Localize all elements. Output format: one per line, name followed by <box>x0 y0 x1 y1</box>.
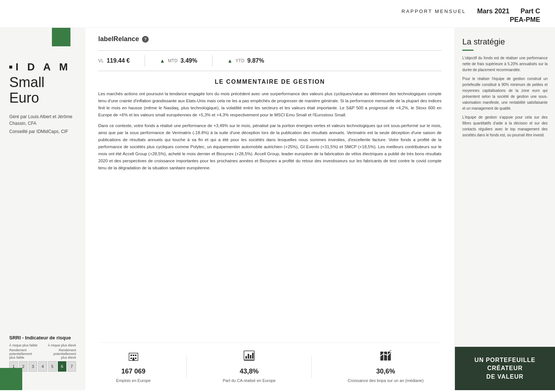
risk-cell-5: 5 <box>48 361 57 372</box>
part-label: Part C <box>521 7 540 15</box>
stat-ca: 43,8% Part du CA réalisé en Europe <box>223 350 275 383</box>
ytd-item: ▲ YTD 9.87% <box>227 57 264 64</box>
stat-croissance: 30,6% Croissance des bnpa sur un an (méd… <box>348 350 424 383</box>
idam-text: I D A M <box>16 61 71 73</box>
risk-return-high: Rendement potentiellement plus élevé <box>46 348 76 359</box>
idam-dot <box>9 66 12 69</box>
portfolio-bottom: UN PORTEFEUILLE CRÉATEUR DE VALEUR <box>455 347 555 390</box>
label-relance-text: labelRelance <box>98 35 139 43</box>
fund-name: Small Euro <box>9 75 76 106</box>
header-right: RAPPORT MENSUEL Mars 2021 Part C PEA-PME <box>402 7 540 24</box>
stat-emplois-value: 167 069 <box>121 368 145 375</box>
risk-cell-4: 4 <box>38 361 47 372</box>
risk-cell-3: 3 <box>29 361 37 372</box>
commentary-body: Les marchés actions ont poursuivi la ten… <box>98 90 442 172</box>
bottom-stats: 167 069 Emplois en Europe 43,8% Part <box>98 342 442 383</box>
svg-rect-10 <box>248 354 249 359</box>
performance-row: VL 119.44 € ▲ MTD 3.49% ▲ YTD 9.87% <box>98 50 442 71</box>
rapport-line: RAPPORT MENSUEL Mars 2021 Part C <box>402 7 540 15</box>
svg-rect-12 <box>252 353 254 359</box>
stat-croissance-value: 30,6% <box>376 368 395 375</box>
risk-label-high: À risque plus élevé <box>48 343 76 347</box>
perf-divider-1 <box>145 55 145 66</box>
risk-labels-bottom: Rendement potentiellement plus faible Re… <box>9 348 76 359</box>
fund-type-label: PEA-PME <box>510 16 540 24</box>
strategy-text: L'objectif du fonds est de réaliser une … <box>462 55 548 138</box>
chart-icon <box>243 350 255 365</box>
left-sidebar: I D A M Small Euro Géré par Louis Albert… <box>0 28 85 390</box>
managed-by-text: Géré par Louis Albert et Jérôme Chassin,… <box>9 113 76 135</box>
building-icon <box>128 350 139 365</box>
svg-rect-9 <box>245 356 247 359</box>
stat-croissance-label: Croissance des bnpa sur un an (médiane) <box>348 378 424 383</box>
ytd-label: YTD <box>235 58 244 63</box>
risk-title: SRRI - Indicateur de risque <box>9 335 76 340</box>
svg-rect-1 <box>131 355 132 356</box>
stat-divider-1 <box>186 355 187 378</box>
mtd-value: 3.49% <box>181 57 197 64</box>
info-icon[interactable]: ? <box>142 36 149 43</box>
mtd-label: MTD <box>168 58 178 63</box>
main-layout: I D A M Small Euro Géré par Louis Albert… <box>0 28 555 390</box>
strategy-section: La stratégie L'objectif du fonds est de … <box>455 28 555 347</box>
center-panel: labelRelance ? VL 119.44 € ▲ MTD 3.49% ▲… <box>85 28 455 390</box>
mtd-arrow-icon: ▲ <box>160 58 165 64</box>
svg-rect-3 <box>135 355 136 356</box>
stat-ca-label: Part du CA réalisé en Europe <box>223 378 275 383</box>
commentary-paragraph-1: Les marchés actions ont poursuivi la ten… <box>98 90 442 119</box>
svg-rect-11 <box>250 355 251 359</box>
risk-cell-7: 7 <box>67 361 76 372</box>
svg-rect-6 <box>135 358 136 359</box>
stat-emplois: 167 069 Emplois en Europe <box>116 350 151 383</box>
portfolio-title: UN PORTEFEUILLE CRÉATEUR DE VALEUR <box>462 356 548 381</box>
svg-rect-2 <box>133 355 134 356</box>
label-relance-section: labelRelance ? <box>98 35 442 43</box>
mtd-item: ▲ MTD 3.49% <box>160 57 197 64</box>
risk-cell-6: 6 <box>58 361 66 372</box>
right-sidebar: La stratégie L'objectif du fonds est de … <box>455 28 555 390</box>
commentary-title: LE COMMENTAIRE DE GESTION <box>98 79 442 85</box>
ytd-arrow-icon: ▲ <box>227 58 232 64</box>
risk-labels-top: À risque plus faible À risque plus élevé <box>9 343 76 347</box>
stat-ca-value: 43,8% <box>240 368 259 375</box>
rapport-mensuel-label: RAPPORT MENSUEL <box>402 9 466 14</box>
vl-value: 119.44 € <box>107 57 130 64</box>
svg-rect-15 <box>384 352 387 361</box>
risk-label-low: À risque plus faible <box>9 343 37 347</box>
page-header: RAPPORT MENSUEL Mars 2021 Part C PEA-PME <box>0 0 555 28</box>
green-square-top <box>52 28 70 46</box>
idam-title-section: I D A M Small Euro <box>9 61 76 106</box>
date-label: Mars 2021 <box>477 7 509 15</box>
svg-rect-4 <box>131 358 132 359</box>
growth-icon <box>380 350 392 365</box>
strategy-title: La stratégie <box>462 37 548 47</box>
svg-rect-5 <box>133 358 134 359</box>
strategy-underline <box>462 50 473 51</box>
svg-point-17 <box>390 351 392 353</box>
risk-return-low: Rendement potentiellement plus faible <box>9 348 39 359</box>
svg-rect-7 <box>132 359 135 361</box>
stat-emplois-label: Emplois en Europe <box>116 378 151 383</box>
stat-divider-2 <box>311 355 312 378</box>
vl-item: VL 119.44 € <box>98 57 130 64</box>
ytd-value: 9.87% <box>247 57 264 64</box>
commentary-paragraph-2: Dans ce contexte, votre fonds a réalisé … <box>98 122 442 172</box>
perf-divider-2 <box>212 55 212 66</box>
vl-label: VL <box>98 58 104 63</box>
green-square-bottom <box>0 368 22 390</box>
